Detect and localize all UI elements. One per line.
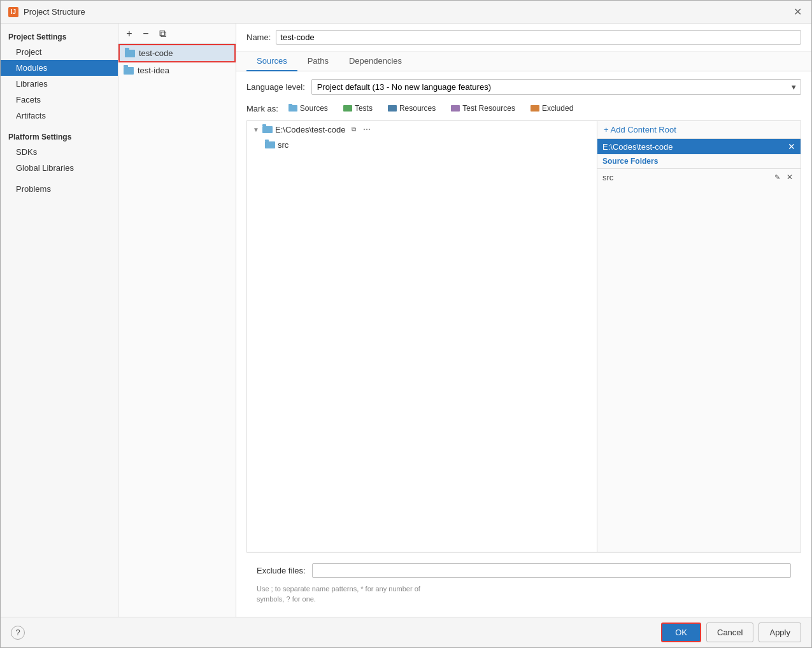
module-folder-icon-test-code [125,50,135,57]
sidebar-item-global-libraries[interactable]: Global Libraries [1,160,118,176]
tree-root-item[interactable]: ▼ E:\Codes\test-code ⧉ ⋯ [247,121,597,138]
add-content-root-button[interactable]: + Add Content Root [597,121,801,139]
project-settings-section-title: Project Settings [1,29,118,44]
close-button[interactable]: ✕ [791,6,804,18]
content-root-header: E:\Codes\test-code ✕ [597,139,801,154]
excluded-folder-icon [531,105,539,112]
sidebar-item-problems[interactable]: Problems [1,181,118,197]
app-icon: IJ [8,7,18,17]
window-title: Project Structure [24,7,85,17]
sidebar-item-project[interactable]: Project [1,44,118,60]
tree-action-btn-2[interactable]: ⋯ [361,124,373,135]
sidebar-item-modules[interactable]: Modules [1,60,118,76]
sidebar-item-sdks[interactable]: SDKs [1,144,118,160]
title-bar: IJ Project Structure ✕ [1,1,811,24]
mark-as-row: Mark as: Sources Tests Resources [246,103,801,114]
sidebar-item-libraries[interactable]: Libraries [1,76,118,92]
tree-actions: ⧉ ⋯ [348,124,373,135]
content-root-path: E:\Codes\test-code [602,142,673,152]
excluded-button-label: Excluded [542,104,573,113]
bottom-bar: ? OK Cancel Apply [1,617,811,647]
tree-pane: ▼ E:\Codes\test-code ⧉ ⋯ src [246,120,597,552]
tab-sources[interactable]: Sources [246,52,297,71]
project-structure-window: IJ Project Structure ✕ Project Settings … [0,0,812,648]
tree-src-label: src [278,140,288,150]
mark-test-resources-button[interactable]: Test Resources [446,103,520,114]
module-label-test-idea: test-idea [138,66,169,75]
tab-paths[interactable]: Paths [297,52,339,71]
language-level-select[interactable]: Project default (13 - No new language fe… [311,79,801,95]
mark-as-label: Mark as: [246,104,278,113]
tabs-row: Sources Paths Dependencies [236,52,811,71]
exclude-files-label: Exclude files: [257,566,306,575]
platform-settings-section-title: Platform Settings [1,129,118,144]
source-folder-remove-button[interactable]: ✕ [784,171,795,183]
sources-folder-icon [288,105,297,112]
remove-module-button[interactable]: − [139,27,153,41]
sidebar-divider-2 [1,176,118,181]
exclude-files-section: Exclude files: Use ; to separate name pa… [246,552,801,609]
module-list-pane: + − ⧉ test-code test-idea [118,24,236,617]
tests-button-label: Tests [355,104,373,113]
exclude-hint-line1: Use ; to separate name patterns, * for a… [257,585,420,593]
panel-content: Language level: Project default (13 - No… [236,71,811,617]
tab-dependencies[interactable]: Dependencies [339,52,412,71]
cancel-button[interactable]: Cancel [706,623,753,642]
add-module-button[interactable]: + [122,27,136,41]
sources-button-label: Sources [300,104,328,113]
source-folders-title: Source Folders [597,154,801,169]
bottom-buttons: OK Cancel Apply [661,623,801,642]
test-resources-button-label: Test Resources [462,104,515,113]
resources-folder-icon [388,105,397,112]
tree-root-folder-icon [262,126,273,133]
apply-button[interactable]: Apply [759,623,801,642]
exclude-hint: Use ; to separate name patterns, * for a… [257,582,791,604]
tree-action-btn-1[interactable]: ⧉ [348,124,360,135]
main-content: Project Settings Project Modules Librari… [1,24,811,617]
tests-folder-icon [343,105,352,112]
source-folder-actions: ✎ ✕ [771,171,795,183]
main-panel: Name: Sources Paths Dependencies Languag… [236,24,811,617]
module-folder-icon-test-idea [124,67,134,75]
module-item-test-idea[interactable]: test-idea [118,62,236,78]
name-input[interactable] [276,30,801,45]
mark-excluded-button[interactable]: Excluded [525,103,578,114]
source-folder-item-src: src ✎ ✕ [597,169,801,185]
content-split: ▼ E:\Codes\test-code ⧉ ⋯ src [246,120,801,552]
module-item-test-code[interactable]: test-code [118,44,236,62]
exclude-files-row: Exclude files: [257,563,791,582]
copy-module-button[interactable]: ⧉ [155,27,169,41]
source-folders-section: Source Folders src ✎ ✕ [597,154,801,185]
language-level-label: Language level: [246,82,305,92]
resources-button-label: Resources [399,104,436,113]
exclude-hint-line2: symbols, ? for one. [257,595,316,603]
sidebar: Project Settings Project Modules Librari… [1,24,118,617]
source-folder-edit-button[interactable]: ✎ [771,171,783,183]
sidebar-item-artifacts[interactable]: Artifacts [1,108,118,124]
name-label: Name: [246,32,271,42]
tree-root-label: E:\Codes\test-code [275,125,346,134]
source-folder-src-label: src [602,173,613,182]
language-level-row: Language level: Project default (13 - No… [246,79,801,95]
title-bar-left: IJ Project Structure [8,7,85,17]
content-root-close-button[interactable]: ✕ [788,141,795,152]
tree-expand-icon[interactable]: ▼ [252,126,260,133]
sidebar-item-facets[interactable]: Facets [1,92,118,108]
tree-child-src[interactable]: src [247,138,597,152]
tree-src-folder-icon [265,141,275,148]
mark-sources-button[interactable]: Sources [283,103,333,114]
language-level-select-wrapper: Project default (13 - No new language fe… [311,79,801,95]
mark-tests-button[interactable]: Tests [338,103,378,114]
test-resources-folder-icon [451,105,460,112]
ok-button[interactable]: OK [661,623,701,642]
help-button[interactable]: ? [11,626,25,640]
sidebar-divider [1,124,118,129]
module-label-test-code: test-code [139,48,173,58]
module-toolbar: + − ⧉ [118,24,236,44]
exclude-files-input[interactable] [312,563,791,578]
name-row: Name: [236,24,811,52]
right-panel: + Add Content Root E:\Codes\test-code ✕ … [597,120,801,552]
mark-resources-button[interactable]: Resources [383,103,441,114]
